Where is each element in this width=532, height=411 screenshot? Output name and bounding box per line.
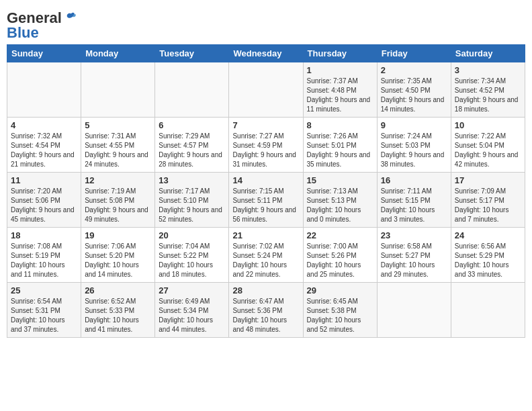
day-number: 18 [11, 230, 77, 240]
column-header-saturday: Saturday [451, 45, 525, 62]
calendar-cell: 15Sunrise: 7:13 AM Sunset: 5:13 PM Dayli… [303, 173, 377, 228]
column-header-friday: Friday [377, 45, 451, 62]
column-header-tuesday: Tuesday [155, 45, 229, 62]
day-number: 9 [381, 120, 447, 130]
calendar-week-4: 18Sunrise: 7:08 AM Sunset: 5:19 PM Dayli… [7, 228, 525, 283]
day-info: Sunrise: 7:11 AM Sunset: 5:15 PM Dayligh… [381, 187, 447, 224]
calendar-week-5: 25Sunrise: 6:54 AM Sunset: 5:31 PM Dayli… [7, 283, 525, 338]
calendar-cell [81, 62, 155, 118]
calendar-cell [377, 283, 451, 338]
day-number: 17 [455, 175, 521, 185]
logo-bird-icon [64, 11, 78, 25]
calendar-cell: 9Sunrise: 7:24 AM Sunset: 5:03 PM Daylig… [377, 118, 451, 173]
calendar-cell: 11Sunrise: 7:20 AM Sunset: 5:06 PM Dayli… [7, 173, 81, 228]
day-number: 5 [85, 120, 151, 130]
calendar-cell: 13Sunrise: 7:17 AM Sunset: 5:10 PM Dayli… [155, 173, 229, 228]
calendar-cell: 22Sunrise: 7:00 AM Sunset: 5:26 PM Dayli… [303, 228, 377, 283]
day-number: 26 [85, 285, 151, 295]
calendar-cell: 10Sunrise: 7:22 AM Sunset: 5:04 PM Dayli… [451, 118, 525, 173]
day-info: Sunrise: 7:13 AM Sunset: 5:13 PM Dayligh… [307, 187, 373, 224]
day-info: Sunrise: 7:04 AM Sunset: 5:22 PM Dayligh… [159, 242, 225, 279]
calendar-cell: 16Sunrise: 7:11 AM Sunset: 5:15 PM Dayli… [377, 173, 451, 228]
calendar-cell [451, 283, 525, 338]
calendar-cell: 25Sunrise: 6:54 AM Sunset: 5:31 PM Dayli… [7, 283, 81, 338]
day-number: 3 [455, 65, 521, 75]
day-number: 10 [455, 120, 521, 130]
day-info: Sunrise: 7:24 AM Sunset: 5:03 PM Dayligh… [381, 132, 447, 169]
day-info: Sunrise: 7:26 AM Sunset: 5:01 PM Dayligh… [307, 132, 373, 169]
logo: General Blue [7, 11, 78, 40]
day-number: 25 [11, 285, 77, 295]
day-number: 13 [159, 175, 225, 185]
calendar-table: SundayMondayTuesdayWednesdayThursdayFrid… [7, 44, 525, 338]
day-number: 6 [159, 120, 225, 130]
day-info: Sunrise: 7:06 AM Sunset: 5:20 PM Dayligh… [85, 242, 151, 279]
day-number: 4 [11, 120, 77, 130]
day-info: Sunrise: 7:02 AM Sunset: 5:24 PM Dayligh… [232, 242, 299, 279]
day-number: 28 [232, 285, 299, 295]
day-info: Sunrise: 7:00 AM Sunset: 5:26 PM Dayligh… [307, 242, 373, 279]
calendar-cell: 7Sunrise: 7:27 AM Sunset: 4:59 PM Daylig… [229, 118, 303, 173]
calendar-cell: 8Sunrise: 7:26 AM Sunset: 5:01 PM Daylig… [303, 118, 377, 173]
day-number: 16 [381, 175, 447, 185]
day-number: 1 [307, 65, 373, 75]
day-number: 12 [85, 175, 151, 185]
calendar-cell: 2Sunrise: 7:35 AM Sunset: 4:50 PM Daylig… [377, 62, 451, 118]
calendar-cell: 26Sunrise: 6:52 AM Sunset: 5:33 PM Dayli… [81, 283, 155, 338]
calendar-cell: 17Sunrise: 7:09 AM Sunset: 5:17 PM Dayli… [451, 173, 525, 228]
column-header-thursday: Thursday [303, 45, 377, 62]
day-info: Sunrise: 6:49 AM Sunset: 5:34 PM Dayligh… [159, 297, 225, 334]
calendar-cell: 6Sunrise: 7:29 AM Sunset: 4:57 PM Daylig… [155, 118, 229, 173]
day-info: Sunrise: 6:52 AM Sunset: 5:33 PM Dayligh… [85, 297, 151, 334]
calendar-cell [155, 62, 229, 118]
day-info: Sunrise: 7:19 AM Sunset: 5:08 PM Dayligh… [85, 187, 151, 224]
day-info: Sunrise: 7:29 AM Sunset: 4:57 PM Dayligh… [159, 132, 225, 169]
day-number: 8 [307, 120, 373, 130]
day-info: Sunrise: 7:31 AM Sunset: 4:55 PM Dayligh… [85, 132, 151, 169]
day-info: Sunrise: 7:17 AM Sunset: 5:10 PM Dayligh… [159, 187, 225, 224]
calendar-cell: 18Sunrise: 7:08 AM Sunset: 5:19 PM Dayli… [7, 228, 81, 283]
day-info: Sunrise: 7:32 AM Sunset: 4:54 PM Dayligh… [11, 132, 77, 169]
day-number: 29 [307, 285, 373, 295]
day-number: 24 [455, 230, 521, 240]
logo-general-text: General [7, 11, 62, 26]
calendar-header-row: SundayMondayTuesdayWednesdayThursdayFrid… [7, 45, 525, 62]
day-number: 2 [381, 65, 447, 75]
calendar-cell: 19Sunrise: 7:06 AM Sunset: 5:20 PM Dayli… [81, 228, 155, 283]
day-info: Sunrise: 7:20 AM Sunset: 5:06 PM Dayligh… [11, 187, 77, 224]
calendar-cell: 29Sunrise: 6:45 AM Sunset: 5:38 PM Dayli… [303, 283, 377, 338]
day-number: 14 [232, 175, 299, 185]
day-number: 22 [307, 230, 373, 240]
day-info: Sunrise: 7:35 AM Sunset: 4:50 PM Dayligh… [381, 77, 447, 114]
day-info: Sunrise: 7:34 AM Sunset: 4:52 PM Dayligh… [455, 77, 521, 114]
day-info: Sunrise: 6:47 AM Sunset: 5:36 PM Dayligh… [232, 297, 299, 334]
day-info: Sunrise: 7:22 AM Sunset: 5:04 PM Dayligh… [455, 132, 521, 169]
calendar-cell [7, 62, 81, 118]
page-header: General Blue [7, 7, 525, 40]
calendar-cell: 12Sunrise: 7:19 AM Sunset: 5:08 PM Dayli… [81, 173, 155, 228]
calendar-cell: 24Sunrise: 6:56 AM Sunset: 5:29 PM Dayli… [451, 228, 525, 283]
day-number: 23 [381, 230, 447, 240]
calendar-cell: 3Sunrise: 7:34 AM Sunset: 4:52 PM Daylig… [451, 62, 525, 118]
day-info: Sunrise: 6:58 AM Sunset: 5:27 PM Dayligh… [381, 242, 447, 279]
day-number: 7 [232, 120, 299, 130]
day-number: 11 [11, 175, 77, 185]
day-number: 15 [307, 175, 373, 185]
calendar-cell [229, 62, 303, 118]
logo-blue-text: Blue [7, 26, 39, 40]
calendar-cell: 28Sunrise: 6:47 AM Sunset: 5:36 PM Dayli… [229, 283, 303, 338]
day-number: 19 [85, 230, 151, 240]
day-number: 21 [232, 230, 299, 240]
column-header-monday: Monday [81, 45, 155, 62]
column-header-sunday: Sunday [7, 45, 81, 62]
day-info: Sunrise: 7:27 AM Sunset: 4:59 PM Dayligh… [232, 132, 299, 169]
day-info: Sunrise: 7:15 AM Sunset: 5:11 PM Dayligh… [232, 187, 299, 224]
calendar-cell: 23Sunrise: 6:58 AM Sunset: 5:27 PM Dayli… [377, 228, 451, 283]
calendar-cell: 5Sunrise: 7:31 AM Sunset: 4:55 PM Daylig… [81, 118, 155, 173]
calendar-cell: 4Sunrise: 7:32 AM Sunset: 4:54 PM Daylig… [7, 118, 81, 173]
day-info: Sunrise: 6:54 AM Sunset: 5:31 PM Dayligh… [11, 297, 77, 334]
calendar-cell: 27Sunrise: 6:49 AM Sunset: 5:34 PM Dayli… [155, 283, 229, 338]
calendar-cell: 21Sunrise: 7:02 AM Sunset: 5:24 PM Dayli… [229, 228, 303, 283]
day-number: 27 [159, 285, 225, 295]
calendar-cell: 1Sunrise: 7:37 AM Sunset: 4:48 PM Daylig… [303, 62, 377, 118]
